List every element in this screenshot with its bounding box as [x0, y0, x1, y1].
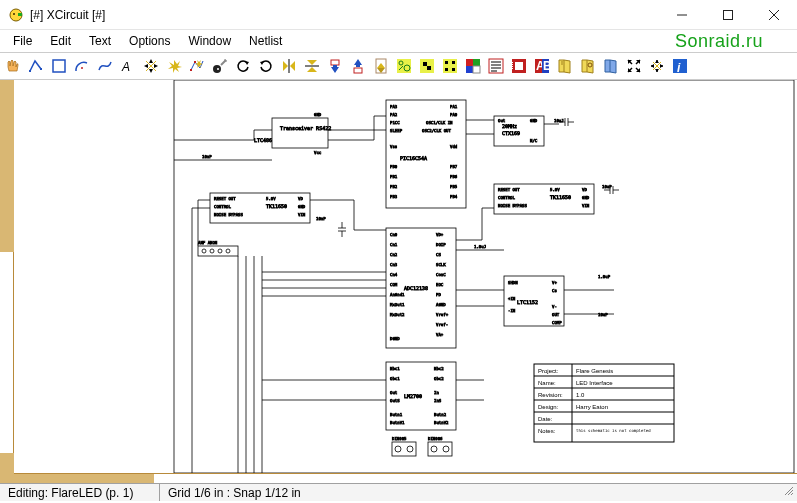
svg-rect-44: [445, 68, 448, 71]
svg-text:VIN: VIN: [298, 212, 306, 217]
flip-v-icon[interactable]: [301, 55, 323, 77]
arc-icon[interactable]: [71, 55, 93, 77]
svg-text:Obc1: Obc1: [390, 376, 400, 381]
library-icon[interactable]: [554, 55, 576, 77]
schematic-drawing[interactable]: GND Transceiver RS422 LTC486 Vcc PIC16C5…: [14, 80, 797, 473]
zoom-box-icon[interactable]: [646, 55, 668, 77]
svg-text:GND: GND: [298, 204, 306, 209]
zoom-fit-icon[interactable]: [623, 55, 645, 77]
svg-text:Vref+: Vref+: [436, 312, 449, 317]
svg-rect-17: [194, 61, 196, 63]
svg-text:SLEEP: SLEEP: [390, 128, 403, 133]
flip-h-icon[interactable]: [278, 55, 300, 77]
resize-grip-icon[interactable]: [783, 485, 795, 500]
svg-text:Cs: Cs: [552, 288, 557, 293]
svg-text:SCLK: SCLK: [436, 262, 446, 267]
svg-point-132: [226, 249, 230, 253]
window-title: [#] XCircuit [#]: [30, 8, 105, 22]
svg-text:10nP: 10nP: [202, 154, 212, 159]
watermark-text: Sonraid.ru: [675, 31, 763, 52]
box-icon[interactable]: [48, 55, 70, 77]
svg-text:A: A: [121, 60, 130, 74]
hand-pan-icon[interactable]: [2, 55, 24, 77]
svg-text:10nP: 10nP: [316, 216, 326, 221]
svg-text:VA+: VA+: [436, 332, 444, 337]
svg-text:Nbc2: Nbc2: [434, 366, 444, 371]
close-button[interactable]: [751, 0, 797, 30]
canvas-area[interactable]: GND Transceiver RS422 LTC486 Vcc PIC16C5…: [14, 80, 797, 483]
colors-icon[interactable]: [462, 55, 484, 77]
svg-text:PA1: PA1: [450, 104, 458, 109]
menu-text[interactable]: Text: [80, 31, 120, 51]
move-icon[interactable]: [140, 55, 162, 77]
svg-rect-56: [515, 62, 523, 70]
svg-text:DIN005: DIN005: [392, 436, 407, 441]
maximize-button[interactable]: [705, 0, 751, 30]
svg-text:Vdd: Vdd: [450, 144, 458, 149]
svg-marker-12: [149, 59, 153, 63]
svg-point-131: [218, 249, 222, 253]
wire-icon[interactable]: [25, 55, 47, 77]
params-icon[interactable]: [485, 55, 507, 77]
svg-text:COMP: COMP: [552, 320, 562, 325]
schematic-canvas[interactable]: GND Transceiver RS422 LTC486 Vcc PIC16C5…: [14, 80, 797, 473]
svg-point-130: [210, 249, 214, 253]
svg-text:PB7: PB7: [450, 164, 458, 169]
help-icon[interactable]: i: [669, 55, 691, 77]
svg-text:Project:: Project:: [538, 368, 559, 374]
svg-text:Cn1: Cn1: [390, 242, 398, 247]
svg-rect-49: [473, 66, 480, 73]
library2-icon[interactable]: [577, 55, 599, 77]
make-object-icon[interactable]: [393, 55, 415, 77]
svg-text:N/C: N/C: [530, 138, 538, 143]
svg-text:Notes:: Notes:: [538, 428, 556, 434]
svg-text:OSC1/CLK IN: OSC1/CLK IN: [426, 120, 453, 125]
spline-icon[interactable]: [94, 55, 116, 77]
svg-text:Revision:: Revision:: [538, 392, 563, 398]
push-down-icon[interactable]: [324, 55, 346, 77]
svg-point-1: [13, 13, 15, 15]
svg-text:P1CC: P1CC: [390, 120, 400, 125]
svg-text:5.0V: 5.0V: [550, 187, 560, 192]
page-icon[interactable]: [370, 55, 392, 77]
rotate-cw-icon[interactable]: [255, 55, 277, 77]
unjoin-icon[interactable]: [439, 55, 461, 77]
svg-text:SHDN: SHDN: [508, 280, 518, 285]
svg-text:EOC: EOC: [436, 282, 444, 287]
svg-text:Out: Out: [498, 118, 506, 123]
svg-point-129: [202, 249, 206, 253]
menu-netlist[interactable]: Netlist: [240, 31, 291, 51]
page-directory-icon[interactable]: [600, 55, 622, 77]
minimize-button[interactable]: [659, 0, 705, 30]
border-icon[interactable]: [508, 55, 530, 77]
edit-points-icon[interactable]: [186, 55, 208, 77]
svg-text:VIN: VIN: [582, 203, 590, 208]
rotate-ccw-icon[interactable]: [232, 55, 254, 77]
svg-rect-31: [354, 68, 362, 73]
svg-text:LTC486: LTC486: [254, 137, 272, 143]
svg-rect-4: [724, 10, 733, 19]
join-icon[interactable]: [416, 55, 438, 77]
svg-text:ConC: ConC: [436, 272, 446, 277]
menu-file[interactable]: File: [4, 31, 41, 51]
svg-rect-42: [445, 61, 448, 64]
svg-text:VD: VD: [582, 187, 587, 192]
text-label-icon[interactable]: A: [117, 55, 139, 77]
svg-text:Design:: Design:: [538, 404, 559, 410]
menu-edit[interactable]: Edit: [41, 31, 80, 51]
svg-text:LTC1152: LTC1152: [517, 299, 538, 305]
copy-icon[interactable]: [163, 55, 185, 77]
svg-text:Butn1: Butn1: [390, 412, 403, 417]
svg-text:DIN006: DIN006: [428, 436, 443, 441]
menu-options[interactable]: Options: [120, 31, 179, 51]
svg-rect-7: [29, 70, 31, 72]
menu-window[interactable]: Window: [179, 31, 240, 51]
svg-text:DGND: DGND: [390, 336, 400, 341]
pop-up-icon[interactable]: [347, 55, 369, 77]
fill-icon[interactable]: AB: [531, 55, 553, 77]
horizontal-ruler: [14, 473, 797, 483]
delete-icon[interactable]: [209, 55, 231, 77]
svg-text:PB2: PB2: [390, 184, 398, 189]
svg-text:AGND: AGND: [436, 302, 446, 307]
svg-text:Cn0: Cn0: [390, 232, 398, 237]
